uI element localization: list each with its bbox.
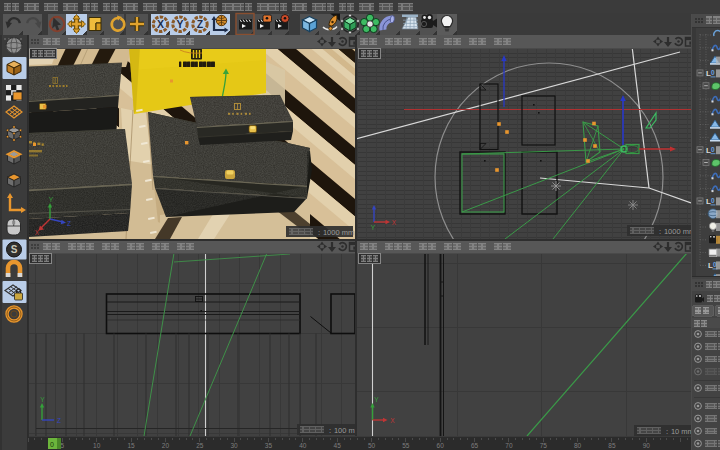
svg-text:0: 0 [711,197,715,204]
svg-text:Z: Z [67,220,71,227]
svg-text:0: 0 [711,146,715,153]
svg-text:90: 90 [643,442,651,449]
svg-text:50: 50 [368,442,376,449]
svg-text:70: 70 [505,442,513,449]
svg-text:0: 0 [50,441,54,448]
svg-text:30: 30 [230,442,238,449]
svg-text:40: 40 [299,442,307,449]
svg-text:25: 25 [196,442,204,449]
svg-text:X: X [392,219,397,226]
svg-text:10: 10 [93,442,101,449]
svg-text:：10 mm: ：10 mm [663,427,693,436]
svg-text:X: X [157,18,164,30]
svg-text:75: 75 [540,442,548,449]
svg-text:Y: Y [371,224,376,231]
svg-text:Y: Y [374,396,379,403]
svg-text:Y: Y [40,396,45,403]
svg-text:15: 15 [127,442,135,449]
svg-text:Y: Y [49,196,54,203]
svg-text:Z: Z [197,18,204,30]
svg-text:X: X [390,417,395,424]
svg-text:35: 35 [265,442,273,449]
svg-text:0: 0 [711,69,715,76]
svg-text:Y: Y [176,18,183,30]
svg-text:5: 5 [61,442,65,449]
svg-text:60: 60 [437,442,445,449]
svg-text:45: 45 [334,442,342,449]
svg-text:Z: Z [57,417,61,424]
svg-text:80: 80 [574,442,582,449]
svg-text:X: X [35,229,40,236]
svg-text:：1000 mm: ：1000 mm [656,227,695,236]
svg-text:65: 65 [471,442,479,449]
svg-text:55: 55 [402,442,410,449]
svg-text:20: 20 [162,442,170,449]
svg-text:85: 85 [608,442,616,449]
svg-text:：1000 mm: ：1000 mm [315,228,354,237]
svg-text:S: S [11,244,18,255]
